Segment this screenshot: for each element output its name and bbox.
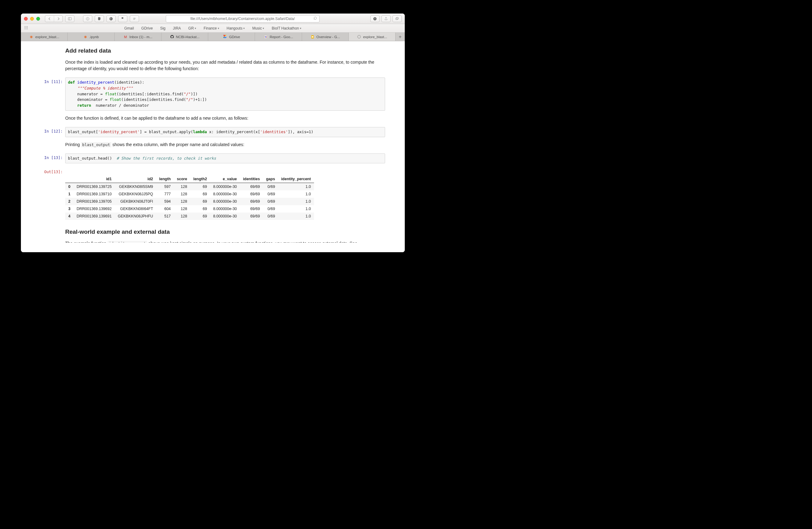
- svg-rect-10: [396, 17, 398, 19]
- svg-point-12: [26, 26, 27, 27]
- fav-gr[interactable]: GR▾: [188, 26, 196, 30]
- circle-i-icon: [86, 17, 90, 21]
- share-icon: [384, 17, 388, 21]
- svg-point-11: [25, 26, 25, 27]
- gslides-icon: [310, 35, 315, 39]
- section-heading-2: Real-world example and external data: [65, 229, 385, 235]
- reload-button[interactable]: [313, 16, 317, 21]
- section-heading-1: Add related data: [65, 47, 385, 54]
- evernote-icon: [97, 17, 102, 21]
- paragraph-3: Printing blast_output shows the extra co…: [65, 142, 382, 148]
- in-prompt-13: In [13]:: [41, 153, 65, 160]
- code-input-11[interactable]: def identity_percent(identities): """Com…: [65, 77, 385, 111]
- ext-button-2[interactable]: [118, 15, 127, 22]
- close-window-button[interactable]: [24, 17, 28, 20]
- share-button[interactable]: [381, 15, 391, 22]
- code-cell-13: In [13]: blast_output.head() # Show the …: [41, 153, 385, 164]
- chevron-down-icon: ▾: [218, 27, 219, 30]
- tab-3[interactable]: NCBI-Hackat...: [161, 33, 208, 41]
- svg-point-13: [27, 26, 28, 27]
- safari-window: file:///Users/mlbhome/Library/Containers…: [21, 14, 405, 252]
- jupyter-icon: ◉: [83, 35, 88, 39]
- address-bar[interactable]: file:///Users/mlbhome/Library/Containers…: [166, 15, 320, 23]
- table-head: id1 id2 length score length2 e_value ide…: [65, 175, 314, 183]
- jupyter-icon: ◉: [29, 35, 33, 39]
- fav-finance[interactable]: Finance▾: [204, 26, 219, 30]
- nav-buttons: [45, 15, 63, 22]
- inline-code: identity_percent: [108, 241, 147, 245]
- table-row: 4DRR001369.139691GEKBKKN08JPHFU517128698…: [65, 212, 314, 220]
- in-prompt-12: In [12]:: [41, 127, 65, 133]
- inline-code: blast_output: [81, 142, 111, 147]
- tab-4[interactable]: GDrive: [208, 33, 255, 41]
- in-prompt-11: In [11]:: [41, 77, 65, 84]
- downloads-button[interactable]: [370, 15, 379, 22]
- output-table: id1 id2 length score length2 e_value ide…: [65, 175, 314, 220]
- fav-gmail[interactable]: Gmail: [124, 26, 134, 30]
- svg-point-21: [265, 36, 266, 38]
- table-row: 3DRR001369.139692GEKBKKN08I64FT604128698…: [65, 205, 314, 212]
- sidebar-button[interactable]: [65, 15, 74, 22]
- table-row: 2DRR001369.139705GEKBKKN08JT0FI594128698…: [65, 198, 314, 205]
- new-tab-button[interactable]: +: [395, 33, 405, 41]
- grid-icon: [24, 26, 28, 30]
- fav-jira[interactable]: JIRA: [173, 26, 181, 30]
- apps-icon[interactable]: [24, 26, 28, 31]
- tab-5[interactable]: Report - Goo...: [255, 33, 302, 41]
- svg-rect-24: [311, 36, 313, 38]
- paragraph-4: The example function identity_percent ab…: [65, 240, 382, 245]
- chevron-down-icon: ▾: [195, 27, 196, 30]
- paragraph-1: Once the index is loaded and cleaned up …: [65, 59, 382, 72]
- svg-point-17: [25, 29, 25, 29]
- reader-button[interactable]: [130, 15, 139, 22]
- favorites-bar: Gmail GDrive Sig JIRA GR▾ Finance▾ Hango…: [21, 24, 405, 33]
- github-icon: [170, 35, 174, 39]
- code-input-13[interactable]: blast_output.head() # Show the first rec…: [65, 153, 385, 164]
- gmail-icon: M: [124, 35, 128, 39]
- svg-point-15: [26, 27, 27, 28]
- fav-hangouts[interactable]: Hangouts▾: [227, 26, 245, 30]
- code-input-12[interactable]: blast_output['identity_percent'] = blast…: [65, 127, 385, 137]
- tab-0[interactable]: ◉explore_blast...: [21, 33, 68, 41]
- svg-point-19: [27, 29, 28, 29]
- minimize-window-button[interactable]: [30, 17, 34, 20]
- fav-music[interactable]: Music▾: [252, 26, 264, 30]
- fav-bioit[interactable]: BioIT Hackathon▾: [272, 26, 301, 30]
- chevron-right-icon: [56, 17, 61, 21]
- ext-button-1[interactable]: [83, 15, 92, 22]
- fav-gdrive[interactable]: GDrive: [141, 26, 153, 30]
- tab-1[interactable]: ◉.ipynb: [68, 33, 114, 41]
- flag-icon: [120, 17, 125, 21]
- chevron-left-icon: [47, 17, 52, 21]
- tab-2[interactable]: MInbox (1) - m...: [115, 33, 161, 41]
- tabs-icon: [395, 17, 399, 21]
- tab-6[interactable]: Overview - G...: [302, 33, 349, 41]
- gdrive-icon: [223, 35, 227, 39]
- safari-icon: [357, 35, 361, 39]
- svg-rect-0: [68, 17, 72, 20]
- window-controls: [24, 17, 40, 20]
- chevron-down-icon: ▾: [243, 27, 245, 30]
- table-row: 0DRR001369.139725GEKBKKN08I5SM9597128698…: [65, 183, 314, 191]
- fav-sig[interactable]: Sig: [160, 26, 165, 30]
- forward-button[interactable]: [54, 16, 62, 22]
- tab-7[interactable]: explore_blast...: [349, 33, 395, 41]
- notebook: Add related data Once the index is loade…: [21, 41, 405, 245]
- zoom-window-button[interactable]: [36, 17, 40, 20]
- code-cell-12: In [12]: blast_output['identity_percent'…: [41, 127, 385, 137]
- svg-point-14: [25, 27, 25, 28]
- gdocs-icon: [264, 35, 268, 39]
- url-text: file:///Users/mlbhome/Library/Containers…: [190, 17, 295, 21]
- chevron-down-icon: ▾: [263, 27, 264, 30]
- svg-point-16: [27, 27, 28, 28]
- reload-icon: [313, 16, 317, 20]
- tabs-button[interactable]: [392, 15, 402, 22]
- tab-strip: ◉explore_blast... ◉.ipynb MInbox (1) - m…: [21, 33, 405, 41]
- pinterest-button[interactable]: [106, 15, 116, 22]
- evernote-button[interactable]: [95, 15, 104, 22]
- out-prompt-13: Out[13]:: [41, 167, 65, 174]
- toolbar: file:///Users/mlbhome/Library/Containers…: [21, 14, 405, 24]
- download-icon: [373, 17, 377, 21]
- back-button[interactable]: [45, 16, 54, 22]
- table-row: 1DRR001369.139710GEKBKKN08JJ5PQ777128698…: [65, 190, 314, 198]
